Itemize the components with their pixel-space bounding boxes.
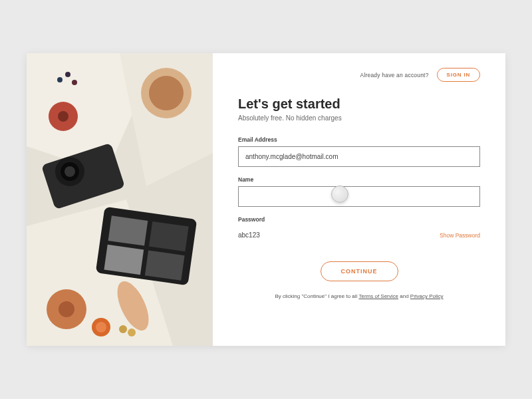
svg-point-26 <box>72 80 77 85</box>
signin-button[interactable]: SIGN IN <box>437 68 480 82</box>
legal-prefix: By clicking "Continue" I agree to all <box>275 293 358 299</box>
legal-mid: and <box>398 293 410 299</box>
password-label: Password <box>238 216 480 223</box>
password-input[interactable] <box>238 230 440 240</box>
svg-point-18 <box>119 325 127 333</box>
svg-point-23 <box>96 322 106 332</box>
hero-image <box>27 53 213 346</box>
svg-rect-15 <box>104 245 144 275</box>
name-label: Name <box>238 176 480 183</box>
signup-card: Already have an account? SIGN IN Let's g… <box>27 53 505 346</box>
legal-text: By clicking "Continue" I agree to all Te… <box>238 293 480 299</box>
svg-point-19 <box>128 329 136 336</box>
page-heading: Let's get started <box>238 96 480 112</box>
svg-rect-16 <box>145 250 185 280</box>
svg-point-11 <box>65 166 75 177</box>
password-field-group: Password Show Password <box>238 216 480 243</box>
privacy-link[interactable]: Privacy Policy <box>410 293 444 299</box>
email-input[interactable] <box>238 146 480 167</box>
continue-button[interactable]: CONTINUE <box>321 261 398 281</box>
header-row: Already have an account? SIGN IN <box>238 68 480 82</box>
name-field-group: Name <box>238 176 480 207</box>
form-panel: Already have an account? SIGN IN Let's g… <box>213 53 505 346</box>
email-field-group: Email Address <box>238 136 480 167</box>
email-label: Email Address <box>238 136 480 143</box>
svg-rect-14 <box>149 221 189 251</box>
svg-point-7 <box>58 111 68 122</box>
page-subheading: Absolutely free. No hidden charges <box>238 114 480 122</box>
svg-point-24 <box>57 77 63 82</box>
svg-point-5 <box>149 76 184 110</box>
svg-point-21 <box>59 301 74 317</box>
show-password-button[interactable]: Show Password <box>440 232 480 239</box>
account-prompt: Already have an account? <box>360 72 429 78</box>
svg-rect-13 <box>108 215 148 245</box>
name-input[interactable] <box>238 186 480 207</box>
tos-link[interactable]: Terms of Service <box>358 293 398 299</box>
svg-point-25 <box>65 72 70 77</box>
